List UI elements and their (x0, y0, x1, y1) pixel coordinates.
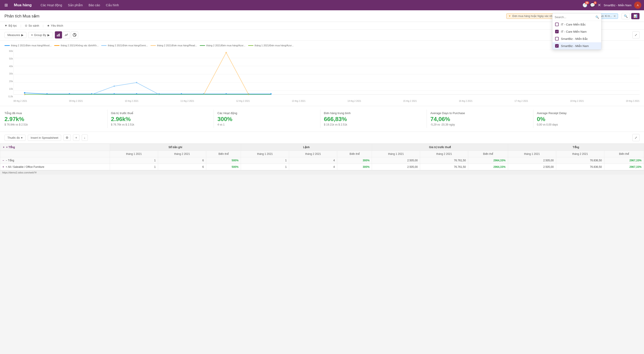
filter-icon-1: ▼ (508, 14, 511, 18)
measures-dropdown-arrow: ▾ (21, 136, 22, 139)
chart-view-buttons (55, 31, 78, 38)
dropdown-item-3[interactable]: SmartBiz - Miền Nam (552, 42, 601, 49)
legend-color-3 (150, 45, 156, 46)
list-icon: ≡ (31, 33, 33, 37)
kpi-value-1: 2.96k% (111, 116, 210, 123)
topnav: ⊞ Mua hàng Các Hoạt động Sản phẩm Báo cá… (0, 0, 644, 10)
dropdown-checkbox-2[interactable] (555, 37, 559, 40)
row-0-val-11: 2967,33% (604, 157, 644, 164)
menu-cau-hinh[interactable]: Cấu hình (104, 2, 121, 8)
filter-button[interactable]: ▼ Bộ lọc (4, 23, 17, 28)
row-0-val-1: 6 (158, 157, 206, 164)
pie-chart-button[interactable] (71, 31, 78, 38)
menu-hoat-dong[interactable]: Các Hoạt động (38, 2, 64, 8)
compare-button[interactable]: ⊙ So sánh (25, 23, 39, 28)
legend-item-2: tháng 2 2021/Đơn mua hàng/Gemi... (101, 44, 148, 47)
line-chart-button[interactable] (63, 31, 70, 38)
row-1-val-4: 4 (289, 164, 337, 170)
row-1-toggle[interactable]: + (2, 165, 4, 168)
kpi-sub-5: 0,00 vs 0,00 days (537, 123, 636, 126)
sep-2: | (43, 24, 44, 27)
legend-color-4 (200, 45, 205, 46)
filter-label: Bộ lọc (8, 24, 17, 27)
x-label-11: 19 thg 2 2021 (626, 100, 640, 102)
menu-bao-cao[interactable]: Báo cáo (86, 2, 102, 8)
x-label-9: 17 thg 2 2021 (514, 100, 528, 102)
total-expand-cell[interactable]: + + Tổng (0, 144, 110, 151)
row-1-val-8: 2964,33% (468, 164, 508, 170)
table-col-header-row: tháng 1 2021 tháng 2 2021 Biến thể tháng… (0, 151, 644, 157)
measures-label: Measures (8, 33, 20, 37)
insert-spreadsheet-button[interactable]: Insert in Spreadsheet (28, 135, 61, 141)
expand-table-button[interactable]: ⤢ (632, 134, 640, 141)
kpi-value-5: 0% (537, 116, 636, 123)
chart-legend: tháng 2 2021/Đơn mua hàng/Wood... tháng … (4, 44, 640, 47)
dropdown-item-2[interactable]: SmartBiz - Miền Bắc (552, 35, 601, 42)
pie-chart-icon (73, 33, 76, 37)
col-header-4: tháng 2 2021 (289, 151, 337, 157)
groupby-button[interactable]: ≡ Group By ▶ (28, 32, 52, 38)
filterbar: ▼ Bộ lọc | ⊙ So sánh | ★ Yêu thích (0, 22, 644, 29)
filter-tag-2-close[interactable]: ✕ (613, 14, 616, 18)
user-avatar[interactable]: A (634, 1, 641, 9)
close-icon[interactable]: ✕ (598, 3, 601, 7)
dropdown-search-icon: 🔍 (596, 15, 599, 19)
dropdown-item-0[interactable]: IT - Care Miền Bắc (552, 21, 601, 28)
row-1-val-11: 2967,33% (604, 164, 644, 170)
bar-chart-button[interactable] (55, 31, 62, 38)
x-axis: 08 thg 2 2021 09 thg 2 2021 10 thg 2 202… (14, 99, 640, 102)
row-1-label: + + All / Saleable / Office Furniture (0, 164, 110, 170)
message-notification[interactable]: 💬 6 (590, 3, 595, 7)
y-axis: 60k 50k 40k 30k 20k 10k 0,0k (4, 50, 13, 98)
dropdown-search-input[interactable] (555, 15, 594, 19)
app-title: Mua hàng (14, 3, 32, 7)
legend-label-4: tháng 2 2021/Đơn mua hàng/Azur... (206, 44, 246, 47)
svg-rect-1 (58, 34, 59, 36)
kpi-value-3: 666,83% (324, 116, 423, 123)
row-0-val-8: 2964,33% (468, 157, 508, 164)
clock-notification[interactable]: 🕐 38 (582, 3, 587, 7)
row-0-val-5: 300% (337, 157, 372, 164)
expand-chart-button[interactable]: ⤢ (632, 31, 640, 38)
settings-icon-button[interactable]: ⚙ (63, 134, 71, 141)
add-icon: + (75, 136, 77, 139)
filter-funnel-icon: ▼ (4, 24, 8, 27)
insert-spreadsheet-label: Insert in Spreadsheet (31, 136, 58, 139)
row-1-val-7: 76.761,50 (420, 164, 468, 170)
app-grid-button[interactable]: ⊞ (3, 2, 10, 8)
dropdown-checkbox-1[interactable] (555, 30, 559, 33)
groupby-arrow-icon: ▶ (48, 33, 50, 37)
row-0-toggle[interactable]: − (2, 159, 4, 162)
measures-dropdown-button[interactable]: Thước đo ▾ (4, 135, 26, 141)
chart-view-button[interactable]: 📊 (631, 13, 640, 19)
add-icon-button[interactable]: + (73, 134, 79, 141)
favorite-button[interactable]: ★ Yêu thích (47, 23, 63, 28)
y-label-4: 20k (4, 80, 13, 83)
legend-label-3: tháng 2 2021/Đơn mua hàng/Read... (157, 44, 197, 47)
col-header-8: Biến thể (468, 151, 508, 157)
row-0-val-7: 76.761,50 (420, 157, 468, 164)
download-icon: ↓ (84, 136, 86, 139)
pivot-table: + + Tổng Số bản ghi Lệnh Giá trị trước t… (0, 144, 644, 170)
x-label-4: 12 thg 2 2021 (236, 100, 250, 102)
col-header-11: Biến thể (604, 151, 644, 157)
row-1-val-10: 76.836,50 (556, 164, 604, 170)
chart-area: 60k 50k 40k 30k 20k 10k 0,0k (14, 50, 640, 102)
sep-1: | (20, 24, 21, 27)
groupby-label: Group By (34, 33, 46, 37)
bottom-toolbar: Thước đo ▾ Insert in Spreadsheet ⚙ + ↓ ⤢ (0, 132, 644, 144)
search-button[interactable]: 🔍 (622, 13, 630, 19)
dropdown-item-1[interactable]: IT - Care Miền Nam (552, 28, 601, 35)
kpi-sub-0: $ 76.84k vs $ 2.51k (4, 123, 104, 126)
kpi-card-0: Tổng đã mua 2.97k% $ 76.84k vs $ 2.51k (4, 110, 108, 128)
download-icon-button[interactable]: ↓ (82, 134, 88, 141)
menu-san-pham[interactable]: Sản phẩm (66, 2, 85, 8)
dropdown-search-row: 🔍 (552, 14, 601, 21)
measures-button[interactable]: Measures ▶ (4, 32, 26, 38)
dropdown-checkbox-3[interactable] (555, 44, 559, 48)
y-label-5: 10k (4, 87, 13, 90)
legend-label-0: tháng 2 2021/Đơn mua hàng/Wood... (11, 44, 52, 47)
col-header-7: tháng 2 2021 (420, 151, 468, 157)
dropdown-checkbox-0[interactable] (555, 22, 559, 26)
col-header-1: tháng 2 2021 (158, 151, 206, 157)
